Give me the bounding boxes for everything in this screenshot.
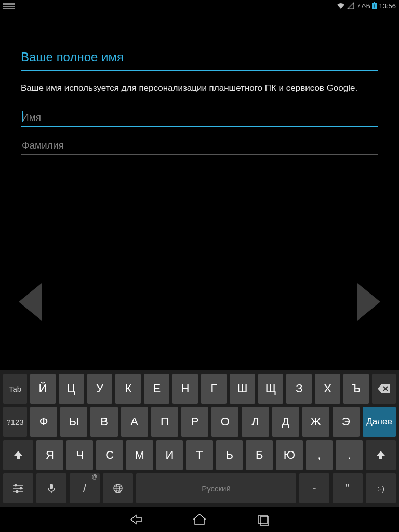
key-letter[interactable]: Б bbox=[246, 440, 273, 470]
key-letter[interactable]: С bbox=[96, 440, 123, 470]
key-dash[interactable]: - bbox=[299, 473, 329, 503]
key-letter[interactable]: Ч bbox=[66, 440, 94, 470]
key-letter[interactable]: И bbox=[156, 440, 183, 470]
nav-recent-icon bbox=[257, 513, 269, 526]
text-cursor bbox=[22, 111, 23, 122]
key-space[interactable]: Русский bbox=[136, 473, 296, 503]
first-name-field-wrapper bbox=[21, 109, 378, 127]
key-language[interactable] bbox=[103, 473, 133, 503]
key-letter[interactable]: Ф bbox=[30, 407, 57, 437]
svg-point-7 bbox=[16, 490, 19, 493]
key-letter[interactable]: Г bbox=[201, 374, 227, 404]
page-title: Ваше полное имя bbox=[21, 24, 378, 70]
page-description: Ваше имя используется для персонализации… bbox=[21, 82, 378, 95]
key-comma[interactable]: , bbox=[306, 440, 333, 470]
nav-back-icon bbox=[129, 513, 143, 526]
key-letter[interactable]: Ж bbox=[302, 407, 329, 437]
keyboard-indicator-icon bbox=[3, 3, 15, 9]
svg-point-3 bbox=[15, 484, 17, 487]
backspace-icon bbox=[378, 384, 390, 393]
key-symnum[interactable]: ?123 bbox=[3, 407, 27, 437]
key-letter[interactable]: О bbox=[211, 407, 238, 437]
svg-rect-1 bbox=[374, 2, 375, 3]
battery-percent: 77% bbox=[356, 2, 370, 10]
key-letter[interactable]: В bbox=[90, 407, 117, 437]
key-letter[interactable]: Я bbox=[36, 440, 63, 470]
title-separator bbox=[21, 70, 378, 71]
sliders-icon bbox=[12, 484, 24, 493]
globe-icon bbox=[113, 483, 123, 494]
last-name-field[interactable] bbox=[21, 137, 378, 155]
key-letter[interactable]: Т bbox=[186, 440, 213, 470]
key-letter[interactable]: Ц bbox=[59, 374, 84, 404]
key-letter[interactable]: Л bbox=[242, 407, 269, 437]
forward-arrow-button[interactable] bbox=[357, 283, 380, 321]
nav-recent-button[interactable] bbox=[255, 511, 271, 528]
key-slash[interactable]: @/ bbox=[70, 473, 100, 503]
key-letter[interactable]: П bbox=[151, 407, 178, 437]
last-name-field-wrapper bbox=[21, 137, 378, 155]
shift-icon bbox=[376, 450, 386, 460]
key-settings[interactable] bbox=[3, 473, 33, 503]
key-letter[interactable]: Щ bbox=[258, 374, 284, 404]
key-quote[interactable]: " bbox=[332, 473, 363, 503]
key-letter[interactable]: Р bbox=[181, 407, 208, 437]
wifi-icon bbox=[337, 2, 345, 9]
shift-icon bbox=[13, 450, 23, 460]
first-name-field[interactable] bbox=[21, 109, 378, 127]
battery-charging-icon bbox=[372, 2, 377, 9]
svg-rect-8 bbox=[50, 484, 53, 489]
mic-icon bbox=[48, 483, 55, 494]
key-letter[interactable]: У bbox=[87, 374, 113, 404]
key-letter[interactable]: Ш bbox=[230, 374, 255, 404]
key-letter[interactable]: Ь bbox=[216, 440, 243, 470]
key-letter[interactable]: Н bbox=[172, 374, 198, 404]
key-letter[interactable]: Ы bbox=[60, 407, 87, 437]
key-shift-left[interactable] bbox=[3, 440, 33, 470]
key-letter[interactable]: Э bbox=[332, 407, 360, 437]
key-letter[interactable]: З bbox=[286, 374, 312, 404]
key-sup: @ bbox=[92, 474, 97, 480]
soft-keyboard: Tab Й Ц У К Е Н Г Ш Щ З Х Ъ ?123 Ф Ы В А… bbox=[0, 370, 399, 507]
key-letter[interactable]: Ю bbox=[276, 440, 303, 470]
key-letter[interactable]: А bbox=[121, 407, 148, 437]
key-backspace[interactable] bbox=[372, 374, 396, 404]
clock: 13:56 bbox=[379, 2, 396, 10]
key-letter[interactable]: Ъ bbox=[343, 374, 369, 404]
nav-back-button[interactable] bbox=[128, 511, 144, 528]
nav-home-button[interactable] bbox=[191, 511, 208, 528]
key-letter[interactable]: М bbox=[126, 440, 153, 470]
key-shift-right[interactable] bbox=[366, 440, 396, 470]
key-tab[interactable]: Tab bbox=[3, 374, 27, 404]
key-letter[interactable]: Х bbox=[315, 374, 340, 404]
key-next[interactable]: Далее bbox=[363, 407, 396, 437]
back-arrow-button[interactable] bbox=[19, 283, 42, 321]
status-bar: 77% 13:56 bbox=[0, 0, 399, 11]
key-period[interactable]: . bbox=[336, 440, 363, 470]
key-letter[interactable]: Д bbox=[272, 407, 299, 437]
navigation-bar bbox=[0, 507, 399, 532]
key-emoji[interactable]: :-) bbox=[366, 473, 396, 503]
key-voice[interactable] bbox=[36, 473, 66, 503]
nav-home-icon bbox=[193, 513, 206, 526]
svg-point-5 bbox=[20, 487, 22, 490]
signal-icon bbox=[347, 2, 354, 9]
key-letter[interactable]: Е bbox=[144, 374, 169, 404]
key-letter[interactable]: Й bbox=[30, 374, 56, 404]
key-letter[interactable]: К bbox=[115, 374, 141, 404]
